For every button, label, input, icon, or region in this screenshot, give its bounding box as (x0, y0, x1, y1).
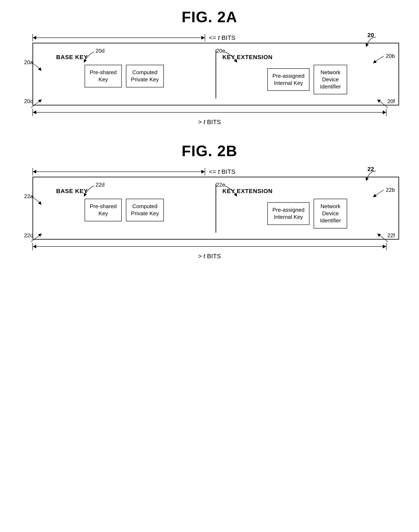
base-key-section-2a: BASE KEY 20d Pre-sharedKey Comput (33, 50, 216, 98)
bottom-arrow-left-head-2b (33, 245, 36, 248)
bottom-arrow-label-2b: > t BITS (32, 253, 387, 260)
pre-shared-key-box-2a: Pre-sharedKey (85, 65, 122, 87)
network-device-id-box-2a: NetworkDeviceIdentifier (314, 65, 347, 94)
bottom-arrow-row-2a (32, 107, 387, 118)
top-arrow-right-head-2b (201, 170, 205, 173)
top-arrow-label-2b: <= t BITS (209, 168, 236, 175)
bottom-arrow-2b (33, 246, 386, 247)
pre-shared-key-box-2b: Pre-sharedKey (85, 199, 122, 221)
ref-22c-arrow (30, 232, 42, 243)
top-arrow-2b (33, 172, 205, 172)
figure-2a-diagram: 20 20b (26, 34, 393, 126)
fence-right-bottom-2b (386, 243, 387, 250)
bottom-arrow-row-2b (32, 241, 387, 252)
pre-assigned-internal-key-box-2a: Pre-assignedInternal Key (267, 68, 309, 91)
base-key-section-2b: BASE KEY 22d Pre-sharedKey Comput (33, 184, 216, 232)
top-arrow-left-head-2b (33, 170, 36, 173)
figure-2b-diagram: 22 22b (26, 168, 393, 260)
bottom-arrow-2a (33, 112, 386, 113)
computed-private-key-box-2b: ComputedPrivate Key (126, 199, 164, 221)
key-ext-inner-boxes-2b: Pre-assignedInternal Key NetworkDeviceId… (223, 199, 393, 228)
ref-20c-arrow (30, 98, 42, 109)
fence-right-bottom-2a (386, 108, 387, 116)
figure-2b-container: FIG. 2B 22 22b (17, 142, 402, 260)
key-extension-section-2b: 22e KEY EXTENSION Pre-assignedInternal K… (216, 184, 399, 232)
ref-22e-arrow (223, 185, 240, 197)
bottom-arrow-section-2a: > t BITS (32, 107, 387, 126)
key-extension-section-2a: 20e KEY EXTENSION Pre-assignedInternal K… (216, 50, 399, 98)
bottom-arrow-label-2a: > t BITS (32, 119, 387, 126)
figure-2a-container: FIG. 2A 20 20b (17, 8, 402, 126)
key-ext-inner-boxes-2a: Pre-assignedInternal Key NetworkDeviceId… (223, 65, 393, 94)
ref-22d-arrow (81, 185, 98, 197)
outer-box-2b: BASE KEY 22d Pre-sharedKey Comput (32, 177, 399, 239)
pre-assigned-internal-key-box-2b: Pre-assignedInternal Key (267, 202, 309, 225)
figure-2b-title: FIG. 2B (17, 142, 402, 160)
ref-20e-arrow (223, 51, 240, 63)
top-arrow-left-head-2a (33, 36, 36, 40)
base-key-inner-boxes-2b: Pre-sharedKey ComputedPrivate Key (39, 199, 209, 221)
fence-right-top-2b (205, 168, 205, 175)
base-key-inner-boxes-2a: Pre-sharedKey ComputedPrivate Key (39, 65, 209, 87)
top-arrow-2a (33, 38, 205, 38)
ref-20d-arrow (81, 51, 98, 63)
bottom-arrow-section-2b: > t BITS (32, 241, 387, 260)
figure-2a-title: FIG. 2A (17, 8, 402, 26)
outer-box-2a: BASE KEY 20d Pre-sharedKey Comput (32, 43, 399, 106)
top-arrow-label-2a: <= t BITS (209, 34, 236, 41)
ref-22f-arrow (377, 232, 389, 243)
network-device-id-box-2b: NetworkDeviceIdentifier (314, 199, 347, 228)
bottom-arrow-left-head-2a (33, 110, 36, 114)
ref-20f-arrow (377, 98, 389, 109)
bottom-arrow-right-head-2a (383, 110, 386, 114)
fence-right-top-2a (205, 34, 205, 41)
top-arrow-row-2a: <= t BITS (26, 34, 393, 41)
top-arrow-row-2b: <= t BITS (26, 168, 393, 175)
top-arrow-right-head-2a (201, 36, 205, 40)
computed-private-key-box-2a: ComputedPrivate Key (126, 65, 164, 87)
bottom-arrow-right-head-2b (383, 245, 386, 248)
